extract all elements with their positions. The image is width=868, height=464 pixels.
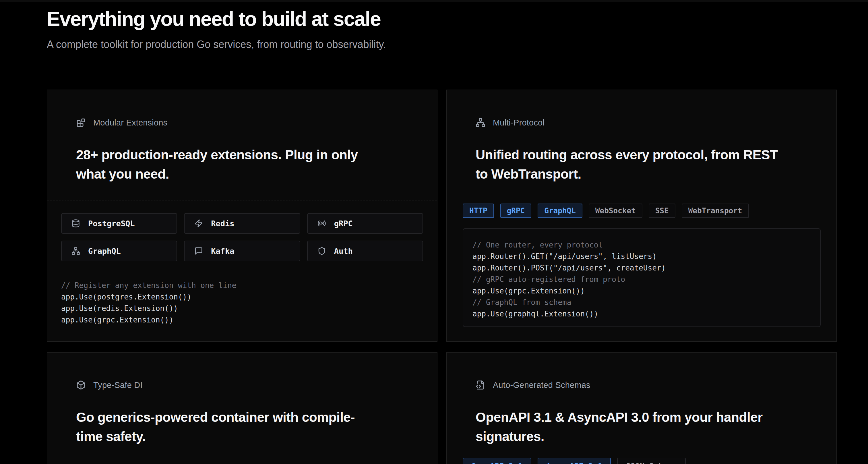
extension-name: gRPC [334,219,353,228]
extension-chip-redis[interactable]: Redis [184,213,300,234]
extension-chip-postgresql[interactable]: PostgreSQL [61,213,177,234]
card-heading: OpenAPI 3.1 & AsyncAPI 3.0 from your han… [476,408,808,446]
card-label: Modular Extensions [93,118,167,127]
code-panel-router: // One router, every protocol app.Router… [463,228,820,327]
card-modular-extensions: Modular Extensions 28+ production-ready … [47,90,437,342]
extension-name: Redis [211,219,234,228]
features-section: Everything you need to build at scale A … [0,2,868,464]
extension-chip-grpc[interactable]: gRPC [307,213,423,234]
extensions-grid: PostgreSQL Redis gRPC [61,213,423,261]
network-icon [71,247,80,255]
dashed-divider [48,458,437,458]
extension-name: Auth [334,247,353,255]
protocol-tab-webtransport[interactable]: WebTransport [682,204,749,218]
card-multi-protocol: Multi-Protocol Unified routing across ev… [446,90,837,342]
code-line: app.Use(grpc.Extension()) [472,285,811,297]
code-line: app.Router().POST("/api/users", createUs… [472,262,811,274]
card-heading: 28+ production-ready extensions. Plug in… [76,145,408,184]
code-line: // gRPC auto-registered from proto [472,274,811,285]
extension-chip-kafka[interactable]: Kafka [184,241,300,261]
radio-icon [317,219,326,228]
protocol-tab-websocket[interactable]: WebSocket [589,204,642,218]
feature-cards-grid: Modular Extensions 28+ production-ready … [47,90,837,464]
protocol-tab-graphql[interactable]: GraphQL [538,204,582,218]
code-line: // One router, every protocol [472,239,811,251]
shield-icon [317,247,326,255]
card-auto-generated-schemas: Auto-Generated Schemas OpenAPI 3.1 & Asy… [446,352,837,464]
protocol-tab-sse[interactable]: SSE [649,204,675,218]
card-heading: Unified routing across every protocol, f… [476,145,808,184]
extension-name: Kafka [211,247,234,255]
database-icon [71,219,80,228]
protocol-tabs: HTTP gRPC GraphQL WebSocket SSE WebTrans… [447,204,836,218]
card-label: Type-Safe DI [93,380,143,390]
code-line: // GraphQL from schema [472,297,811,308]
message-square-icon [194,247,203,255]
code-line: app.Use(graphql.Extension()) [472,308,811,319]
zap-icon [194,219,203,228]
extension-chip-auth[interactable]: Auth [307,241,423,261]
extension-chip-graphql[interactable]: GraphQL [61,241,177,261]
protocol-tab-grpc[interactable]: gRPC [500,204,532,218]
card-label: Multi-Protocol [493,118,545,127]
code-line: // Register any extension with one line [61,280,423,291]
code-line: app.Router().GET("/api/users", listUsers… [472,251,811,262]
schema-badges: OpenAPI 3.1 AsyncAPI 3.0 JSON Schema [447,458,836,464]
card-label: Auto-Generated Schemas [493,380,590,390]
card-type-safe-di: Type-Safe DI Go generics-powered contain… [47,352,437,464]
badge-openapi: OpenAPI 3.1 [463,458,531,464]
code-snippet-extensions: // Register any extension with one line … [61,280,423,326]
blocks-icon [76,118,86,127]
badge-json-schema: JSON Schema [617,458,686,464]
extension-name: GraphQL [88,247,121,255]
code-line: app.Use(grpc.Extension()) [61,314,423,326]
code-line: app.Use(redis.Extension()) [61,303,423,314]
extension-name: PostgreSQL [88,219,135,228]
protocol-tab-http[interactable]: HTTP [463,204,494,218]
file-code-icon [476,380,485,390]
previous-section-edge [0,0,868,2]
code-line: app.Use(postgres.Extension()) [61,291,423,303]
section-subtitle: A complete toolkit for production Go ser… [47,38,837,51]
box-icon [76,380,86,390]
card-heading: Go generics-powered container with compi… [76,408,408,446]
network-icon [476,118,485,127]
badge-asyncapi: AsyncAPI 3.0 [538,458,611,464]
section-title: Everything you need to build at scale [47,7,837,30]
